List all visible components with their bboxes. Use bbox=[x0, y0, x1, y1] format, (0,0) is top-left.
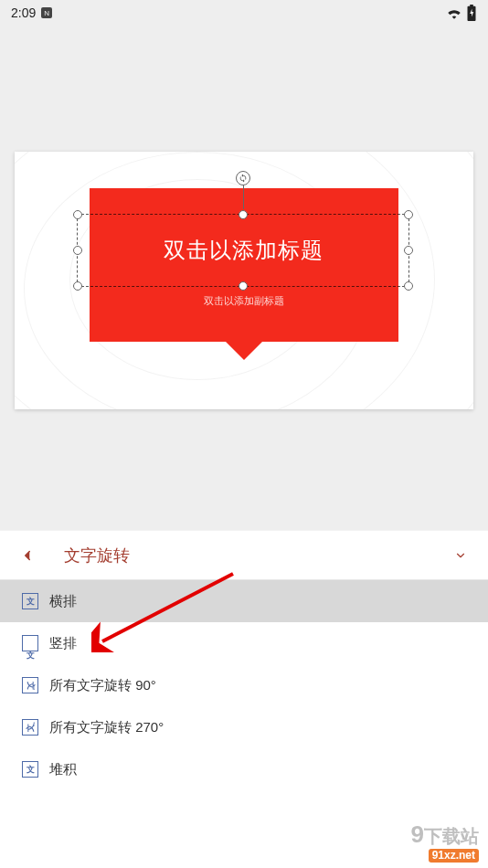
option-label: 所有文字旋转 90° bbox=[49, 677, 156, 694]
text-stacked-icon: 文 bbox=[22, 761, 38, 778]
handle-middle-left[interactable] bbox=[73, 246, 82, 255]
back-button[interactable] bbox=[5, 534, 49, 577]
watermark: 9下载站 91xz.net bbox=[411, 822, 479, 863]
handle-top-middle[interactable] bbox=[239, 210, 248, 219]
chevron-left-icon bbox=[19, 547, 36, 564]
status-badge-icon: N bbox=[41, 7, 52, 18]
slide-pointer-triangle bbox=[224, 340, 264, 360]
status-time: 2:09 bbox=[11, 5, 36, 20]
chevron-down-icon bbox=[454, 549, 467, 562]
rotation-handle[interactable] bbox=[236, 171, 250, 185]
handle-bottom-right[interactable] bbox=[404, 281, 413, 291]
option-stacked[interactable]: 文 堆积 bbox=[0, 748, 488, 790]
more-button[interactable] bbox=[439, 534, 483, 577]
option-rotate-270[interactable]: 文↑ 所有文字旋转 270° bbox=[0, 706, 488, 748]
slide[interactable]: 双击以添加标题 双击以添加副标题 bbox=[15, 152, 473, 409]
option-label: 堆积 bbox=[49, 761, 77, 778]
slide-canvas-area: 双击以添加标题 双击以添加副标题 bbox=[0, 26, 488, 530]
option-horizontal[interactable]: 文 横排 bbox=[0, 580, 488, 622]
handle-top-right[interactable] bbox=[404, 210, 413, 219]
watermark-line1: 9下载站 bbox=[411, 822, 479, 847]
watermark-line2: 91xz.net bbox=[429, 849, 479, 863]
title-placeholder[interactable]: 双击以添加标题 bbox=[77, 214, 409, 287]
text-rotate-270-icon: 文↑ bbox=[22, 719, 38, 736]
title-placeholder-text: 双击以添加标题 bbox=[164, 236, 324, 265]
text-rotate-90-icon: 文↓ bbox=[22, 677, 38, 693]
option-label: 横排 bbox=[49, 593, 77, 610]
panel-header: 文字旋转 bbox=[0, 531, 488, 580]
option-label: 所有文字旋转 270° bbox=[49, 719, 164, 736]
wifi-icon bbox=[446, 6, 462, 19]
option-vertical[interactable]: 文 竖排 bbox=[0, 622, 488, 664]
handle-bottom-left[interactable] bbox=[73, 281, 82, 291]
rotation-stem bbox=[243, 182, 244, 209]
panel-title: 文字旋转 bbox=[49, 545, 439, 566]
handle-top-left[interactable] bbox=[73, 210, 82, 219]
handle-bottom-middle[interactable] bbox=[239, 281, 248, 291]
handle-middle-right[interactable] bbox=[404, 246, 413, 255]
option-rotate-90[interactable]: 文↓ 所有文字旋转 90° bbox=[0, 664, 488, 706]
option-label: 竖排 bbox=[49, 635, 77, 652]
subtitle-placeholder[interactable]: 双击以添加副标题 bbox=[204, 294, 284, 308]
text-horizontal-icon: 文 bbox=[22, 593, 38, 609]
rotate-icon bbox=[239, 174, 248, 183]
slide-red-shape bbox=[90, 188, 398, 342]
status-bar: 2:09 N bbox=[0, 0, 488, 26]
text-rotation-panel: 文字旋转 文 横排 文 竖排 文↓ 所有文字旋转 90° 文↑ 所有文字旋转 2… bbox=[0, 530, 488, 868]
text-vertical-icon: 文 bbox=[22, 635, 38, 651]
options-list: 文 横排 文 竖排 文↓ 所有文字旋转 90° 文↑ 所有文字旋转 270° 文… bbox=[0, 580, 488, 790]
battery-icon bbox=[466, 5, 477, 21]
